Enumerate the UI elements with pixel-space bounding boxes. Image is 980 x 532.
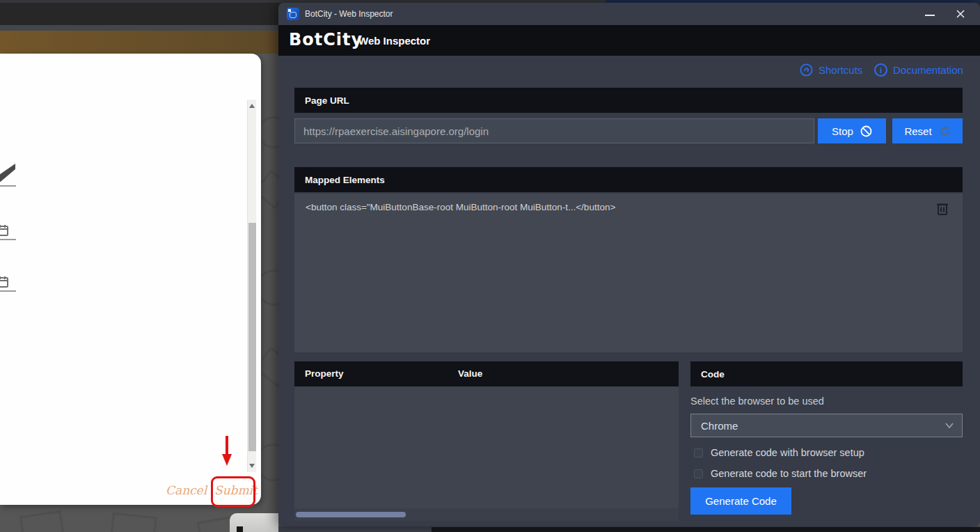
shortcuts-icon [800, 63, 813, 77]
mapped-element-selector: <button class="MuiButtonBase-root MuiBut… [306, 202, 615, 212]
dropdown-caret-partial [0, 164, 17, 186]
scroll-up-arrow-icon[interactable] [249, 104, 255, 108]
botcity-app-icon [287, 8, 299, 20]
page-url-section-header: Page URL [294, 88, 963, 113]
mapped-element-highlight-box [211, 476, 255, 507]
scrollbar-thumb[interactable] [296, 512, 406, 517]
page-url-value: https://rpaexercise.aisingapore.org/logi… [303, 125, 489, 137]
window-title: BotCity - Web Inspector [305, 3, 393, 25]
stop-button[interactable]: Stop [818, 118, 886, 143]
checkbox-label: Generate code with browser setup [711, 447, 864, 458]
browser-select-label: Select the browser to be used [690, 396, 824, 407]
background-doodle [19, 510, 64, 532]
mapped-elements-header-label: Mapped Elements [305, 175, 385, 185]
checkbox[interactable] [694, 469, 703, 478]
checkbox[interactable] [694, 448, 703, 457]
delete-trash-icon[interactable] [936, 201, 949, 215]
close-button[interactable] [955, 8, 966, 19]
documentation-label: Documentation [893, 64, 963, 76]
generate-code-button[interactable]: Generate Code [690, 487, 791, 515]
properties-horizontal-scrollbar[interactable] [294, 508, 679, 521]
minimize-button[interactable] [924, 8, 935, 19]
value-column-header: Value [458, 368, 482, 379]
scroll-down-arrow-icon[interactable] [249, 464, 255, 468]
documentation-link[interactable]: i Documentation [874, 63, 963, 77]
cancel-button[interactable]: Cancel [166, 483, 202, 497]
properties-table-body [294, 386, 679, 508]
red-annotation-arrow-icon [221, 435, 233, 468]
browser-chrome-divider [0, 25, 278, 31]
minimize-icon [925, 15, 935, 16]
scrollbar-thumb[interactable] [248, 223, 256, 451]
code-panel: Code Select the browser to be used Chrom… [690, 361, 963, 521]
generate-code-label: Generate Code [705, 495, 777, 507]
stop-prohibit-icon [860, 125, 872, 137]
brand-header: BotCity Web Inspector [278, 25, 980, 56]
calendar-icon[interactable] [0, 224, 8, 236]
reset-button[interactable]: Reset [892, 118, 963, 143]
page-url-input[interactable]: https://rpaexercise.aisingapore.org/logi… [294, 118, 814, 143]
info-icon: i [874, 63, 887, 77]
mapped-element-row[interactable]: <button class="MuiButtonBase-root MuiBut… [294, 194, 963, 223]
browser-select[interactable]: Chrome [690, 414, 963, 437]
page-url-header-label: Page URL [305, 95, 349, 106]
calendar-icon[interactable] [0, 276, 8, 288]
checkbox-label: Generate code to start the browser [711, 468, 867, 479]
shortcuts-label: Shortcuts [819, 64, 862, 76]
app-subtitle: Web Inspector [358, 35, 430, 47]
form-field-underline [0, 185, 16, 187]
botcity-logo: BotCity [289, 30, 363, 49]
mapped-elements-panel: <button class="MuiButtonBase-root MuiBut… [294, 194, 963, 352]
browser-chrome-bar [0, 3, 278, 25]
properties-table-header: Property Value [294, 361, 679, 386]
background-doodle [110, 513, 157, 532]
form-field-underline [0, 239, 16, 240]
mapped-elements-section-header: Mapped Elements [294, 167, 963, 192]
window-titlebar[interactable]: BotCity - Web Inspector [278, 3, 980, 25]
web-inspector-window: BotCity - Web Inspector BotCity Web Insp… [278, 3, 980, 526]
code-section-header: Code [690, 361, 963, 386]
below-window-dark-strip [432, 527, 980, 532]
target-site-header-bar [0, 31, 278, 54]
code-header-label: Code [701, 369, 725, 380]
reset-label: Reset [904, 125, 931, 137]
start-browser-checkbox-row[interactable]: Generate code to start the browser [694, 468, 867, 479]
selected-browser-value: Chrome [701, 420, 738, 432]
shortcuts-link[interactable]: Shortcuts [800, 63, 862, 77]
close-icon [955, 8, 966, 19]
stop-label: Stop [832, 125, 853, 137]
chevron-down-icon [945, 423, 954, 428]
reset-refresh-icon [939, 125, 951, 137]
browser-setup-checkbox-row[interactable]: Generate code with browser setup [694, 447, 864, 458]
background-popup-glyph [237, 526, 243, 532]
form-field-underline [0, 290, 16, 292]
properties-panel: Property Value [294, 361, 679, 521]
property-column-header: Property [305, 368, 344, 379]
page-vertical-scrollbar[interactable] [247, 100, 256, 472]
